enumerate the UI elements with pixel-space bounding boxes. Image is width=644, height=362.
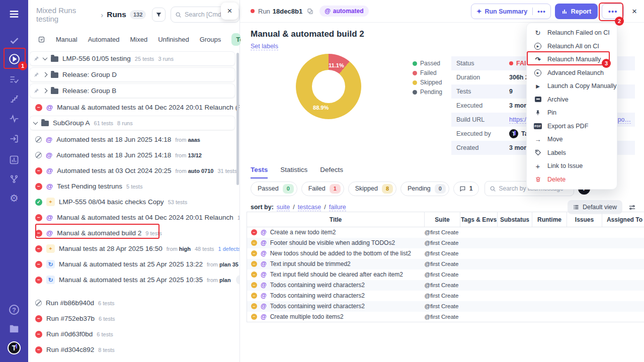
runs-tab-manual[interactable]: Manual bbox=[56, 36, 77, 43]
settings-gear-icon[interactable]: ⚙ bbox=[5, 190, 23, 206]
sort-by-failure[interactable]: failure bbox=[329, 204, 346, 211]
run-group-row[interactable]: LMP-556 01/05 testing25 tests3 runs bbox=[29, 51, 235, 66]
run-item-label: Automated tests at 18 Jun 2025 14:18 bbox=[56, 151, 171, 159]
build-url-link[interactable]: https:/ bbox=[509, 116, 526, 124]
run-summary-button[interactable]: ✦Run Summary ••• bbox=[471, 4, 551, 19]
col-header-assigned-to[interactable]: Assigned To bbox=[602, 212, 644, 227]
menu-item-relaunch-all-on-ci[interactable]: ▶Relaunch All on CI bbox=[527, 40, 617, 53]
select-all-icon[interactable] bbox=[38, 36, 45, 43]
close-run-button[interactable]: × bbox=[631, 7, 638, 17]
build-url-tail-link[interactable]: po… bbox=[618, 116, 631, 124]
breadcrumb-project[interactable]: Mixed Runs testing bbox=[36, 6, 97, 23]
checks-icon[interactable] bbox=[5, 32, 23, 48]
run-list-item[interactable]: ✓✦LMP-555 08/04 basic checks Copy53 test… bbox=[28, 194, 239, 210]
col-header-issues[interactable]: Issues bbox=[567, 212, 602, 227]
run-list-item[interactable]: −@Test Pending testruns5 tests bbox=[28, 178, 239, 194]
run-group-row[interactable]: Release: Group B bbox=[29, 83, 235, 98]
tab-statistics[interactable]: Statistics bbox=[280, 166, 307, 178]
run-list-item[interactable]: Run #b86b940d6 tests bbox=[28, 295, 239, 311]
sort-by-testcase[interactable]: testcase bbox=[298, 204, 321, 211]
menu-item-launch-a-copy-manually[interactable]: ▶Launch a Copy Manually bbox=[527, 79, 617, 93]
chevron-down-icon[interactable] bbox=[43, 55, 48, 60]
chip-pending[interactable]: Pending0 bbox=[400, 182, 449, 196]
test-row[interactable]: −@Create multiple todo items2@first Crea… bbox=[247, 312, 644, 322]
pulse-icon[interactable] bbox=[5, 111, 23, 127]
status-canceled-icon bbox=[35, 136, 42, 143]
automated-badge[interactable]: @ automated bbox=[319, 6, 368, 17]
run-list-item[interactable]: −↻Manual & automated tests at 25 Apr 202… bbox=[28, 256, 239, 272]
run-list-item[interactable]: −↻Manual & automated tests at 25 Apr 202… bbox=[28, 272, 239, 288]
sort-by-suite[interactable]: suite bbox=[277, 204, 290, 211]
menu-item-pin[interactable]: Pin bbox=[527, 106, 617, 120]
comments-chip[interactable]: 1 bbox=[453, 182, 479, 196]
chip-failed[interactable]: Failed1 bbox=[301, 182, 344, 196]
runs-tab-to[interactable]: To bbox=[231, 33, 240, 46]
menu-item-move[interactable]: →Move bbox=[527, 133, 617, 146]
run-list-item[interactable]: −Run #d304c8928 tests bbox=[28, 342, 239, 357]
runs-tab-groups[interactable]: Groups bbox=[200, 36, 221, 43]
runs-scrollbar[interactable] bbox=[236, 53, 239, 185]
menu-item-link-to-issue[interactable]: +Link to Issue bbox=[527, 159, 617, 173]
run-list-item[interactable]: @Automated tests at 18 Jun 2025 14:18fro… bbox=[28, 147, 239, 163]
test-row[interactable]: −@New todos should be added to the botto… bbox=[247, 248, 644, 259]
branch-icon[interactable] bbox=[5, 171, 23, 187]
col-header-tags-envs[interactable]: Tags & Envs bbox=[460, 212, 498, 227]
col-header-substatus[interactable]: Substatus bbox=[498, 212, 532, 227]
menu-item-advanced-relaunch[interactable]: ▶Advanced Relaunch bbox=[527, 66, 617, 80]
chevron-right-icon[interactable] bbox=[43, 88, 48, 94]
runs-tab-automated[interactable]: Automated bbox=[88, 36, 120, 43]
col-header-suite[interactable]: Suite bbox=[425, 212, 460, 227]
test-row[interactable]: −@Todos containing weird characters2@fir… bbox=[247, 291, 644, 301]
help-icon[interactable]: ? bbox=[5, 302, 23, 318]
info-value[interactable]: https:/ bbox=[509, 116, 526, 124]
test-row[interactable]: −@Footer should be visible when adding T… bbox=[247, 238, 644, 248]
col-header-title[interactable]: Title bbox=[247, 212, 425, 227]
pull-in-icon[interactable] bbox=[5, 131, 23, 147]
chip-passed[interactable]: Passed0 bbox=[251, 182, 297, 196]
close-panel-button[interactable]: × bbox=[221, 3, 238, 20]
run-list-item[interactable]: −Run #26d301455 tests bbox=[28, 357, 239, 362]
run-list-item[interactable]: −✦Manual tests at 28 Apr 2025 16:50from … bbox=[28, 241, 239, 256]
run-list-item[interactable]: −@Manual & automated tests at 04 Dec 202… bbox=[28, 100, 239, 115]
run-group-row[interactable]: Release: Group D bbox=[29, 67, 235, 82]
menu-item-archive[interactable]: Archive bbox=[527, 93, 617, 107]
report-button[interactable]: Report bbox=[555, 4, 598, 19]
set-labels-link[interactable]: Set labels bbox=[251, 43, 278, 50]
menu-item-relaunch-failed-on-ci[interactable]: ↻Relaunch Failed on CI bbox=[527, 26, 617, 40]
filter-button[interactable] bbox=[152, 8, 166, 22]
chevron-right-icon[interactable] bbox=[43, 72, 48, 77]
run-list-item[interactable]: −@Manual & automated build 29 tests bbox=[28, 225, 239, 241]
test-plans-icon[interactable] bbox=[5, 71, 23, 87]
columns-settings-icon[interactable] bbox=[628, 204, 636, 211]
test-row[interactable]: −@Text input should be trimmed2@first Cr… bbox=[247, 259, 644, 269]
run-list-item[interactable]: −Run #0d63f0bd6 tests bbox=[28, 326, 239, 342]
chip-skipped[interactable]: Skipped8 bbox=[348, 182, 396, 196]
steps-icon[interactable] bbox=[5, 90, 23, 107]
run-summary-more-button[interactable]: ••• bbox=[532, 8, 550, 15]
tab-tests[interactable]: Tests bbox=[251, 166, 268, 178]
copy-icon[interactable] bbox=[307, 8, 313, 15]
col-header-runtime[interactable]: Runtime bbox=[532, 212, 567, 227]
projects-folder-icon[interactable] bbox=[5, 321, 23, 337]
user-avatar[interactable]: T bbox=[5, 340, 23, 356]
run-list-item[interactable]: −@Manual & automated tests at 04 Dec 202… bbox=[28, 210, 239, 225]
run-list-item[interactable]: @Automated tests at 18 Jun 2025 14:18fro… bbox=[28, 132, 239, 147]
run-defects-link[interactable]: 1 defects bbox=[218, 246, 239, 252]
menu-item-labels[interactable]: Labels bbox=[527, 146, 617, 160]
runs-tab-mixed[interactable]: Mixed bbox=[130, 36, 148, 43]
test-row[interactable]: −@Text input field should be cleared aft… bbox=[247, 269, 644, 280]
breadcrumb-section[interactable]: Runs bbox=[107, 10, 126, 19]
menu-icon[interactable] bbox=[5, 6, 23, 22]
test-row[interactable]: −@Todos containing weird characters2@fir… bbox=[247, 280, 644, 291]
test-row[interactable]: −@Todos containing weird characters2@fir… bbox=[247, 301, 644, 312]
menu-item-delete[interactable]: Delete bbox=[527, 173, 617, 187]
run-list-item[interactable]: −Run #752eb37b6 tests bbox=[28, 311, 239, 326]
run-group-row[interactable]: SubGroup A61 tests8 runs bbox=[29, 116, 235, 130]
analytics-icon[interactable] bbox=[5, 152, 23, 168]
run-list-item[interactable]: −@Automated tests at 03 Oct 2024 20:25fr… bbox=[28, 163, 239, 178]
tab-defects[interactable]: Defects bbox=[320, 166, 343, 178]
test-row[interactable]: −@Create a new todo item2@first Create .… bbox=[247, 227, 644, 238]
menu-item-export-as-pdf[interactable]: PDFExport as PDF bbox=[527, 120, 617, 133]
chevron-down-icon[interactable] bbox=[33, 120, 38, 125]
runs-tab-unfinished[interactable]: Unfinished bbox=[158, 36, 189, 43]
